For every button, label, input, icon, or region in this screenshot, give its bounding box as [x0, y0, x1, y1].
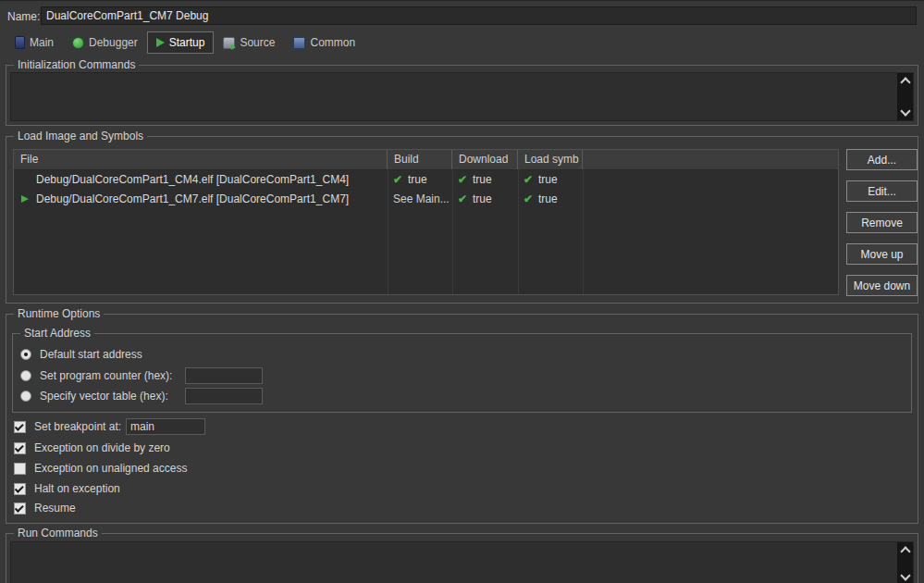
group-runtime-options: Runtime Options Start Address Default st… [6, 314, 918, 524]
group-title: Start Address [20, 327, 94, 341]
checkbox-label: Halt on exception [34, 482, 120, 495]
vector-table-input[interactable] [185, 388, 263, 404]
group-title: Load Image and Symbols [14, 130, 147, 143]
remove-button[interactable]: Remove [846, 212, 918, 233]
chevron-up-icon [900, 546, 910, 556]
checkmark-icon [15, 421, 24, 430]
column-header-load-symbols[interactable]: Load symb [518, 150, 583, 169]
source-tab-icon [223, 37, 235, 49]
tab-startup[interactable]: Startup [147, 31, 215, 54]
file-cell: Debug/DualCoreComPart1_CM4.elf [DualCore… [36, 170, 349, 190]
radio-label: Specify vector table (hex): [40, 390, 168, 403]
checkbox-exception-unaligned-access[interactable]: Exception on unaligned access [14, 461, 187, 476]
radio-default-start-address[interactable]: Default start address [20, 347, 142, 362]
checkbox-label: Exception on divide by zero [34, 441, 170, 454]
radio-specify-vector-table[interactable]: Specify vector table (hex): [20, 389, 168, 403]
download-cell: true [473, 190, 492, 209]
table-header: File Build Download Load symb [14, 150, 838, 170]
table-row[interactable]: Debug/DualCoreComPart1_CM7.elf [DualCore… [14, 190, 838, 209]
init-commands-textarea[interactable] [10, 72, 914, 121]
check-icon: ✔ [524, 170, 533, 190]
breakpoint-input[interactable] [126, 418, 205, 435]
load-symbols-cell: true [538, 190, 558, 209]
checkbox-exception-divide-by-zero[interactable]: Exception on divide by zero [14, 440, 170, 455]
main-tab-icon [15, 36, 25, 49]
edit-button[interactable]: Edit... [846, 180, 918, 202]
name-input[interactable] [41, 6, 917, 25]
checkbox-icon[interactable] [14, 483, 26, 495]
chevron-down-icon [900, 105, 910, 116]
load-symbols-cell: true [538, 170, 558, 190]
scroll-up-button[interactable] [897, 543, 913, 557]
column-header-build[interactable]: Build [388, 150, 452, 169]
column-header-filler [583, 150, 838, 169]
tab-label: Source [240, 36, 275, 49]
current-row-arrow-icon [21, 195, 29, 203]
build-cell: true [408, 170, 427, 190]
checkbox-label: Resume [34, 502, 76, 515]
checkbox-resume[interactable]: Resume [14, 501, 76, 515]
checkmark-icon [15, 502, 24, 512]
table-row[interactable]: Debug/DualCoreComPart1_CM4.elf [DualCore… [14, 170, 838, 190]
load-image-table: File Build Download Load symb Debug/Dual… [13, 149, 839, 295]
radio-set-program-counter[interactable]: Set program counter (hex): [20, 368, 172, 383]
checkbox-icon[interactable] [14, 442, 26, 454]
tab-bar: Main Debugger Startup Source Common [6, 31, 364, 55]
check-icon: ✔ [458, 190, 467, 209]
checkmark-icon [15, 442, 24, 452]
program-counter-input[interactable] [185, 367, 263, 384]
tab-label: Main [30, 36, 54, 49]
run-commands-scrollbar[interactable] [897, 542, 913, 583]
check-icon: ✔ [458, 170, 467, 190]
checkbox-label: Set breakpoint at: [34, 420, 121, 433]
radio-button-icon[interactable] [20, 349, 31, 360]
tab-debugger[interactable]: Debugger [63, 31, 147, 54]
checkbox-icon[interactable] [14, 421, 26, 433]
add-button[interactable]: Add... [846, 149, 918, 170]
column-header-file[interactable]: File [14, 150, 388, 169]
group-load-image-and-symbols: Load Image and Symbols File Build Downlo… [6, 136, 918, 304]
chevron-up-icon [900, 77, 910, 87]
tab-main[interactable]: Main [6, 31, 63, 54]
group-start-address: Start Address Default start address Set … [12, 333, 912, 413]
name-label: Name: [7, 10, 40, 23]
scroll-down-button[interactable] [897, 570, 913, 583]
group-title: Runtime Options [14, 307, 104, 321]
tab-label: Startup [169, 36, 205, 49]
group-title: Initialization Commands [14, 58, 139, 72]
radio-label: Default start address [40, 348, 142, 361]
build-cell: See Main... [393, 190, 450, 209]
tab-label: Debugger [89, 36, 138, 49]
scroll-up-button[interactable] [897, 74, 913, 88]
checkmark-icon [15, 483, 24, 492]
checkbox-label: Exception on unaligned access [34, 462, 187, 475]
common-tab-icon [293, 37, 305, 49]
check-icon: ✔ [393, 170, 402, 190]
debugger-tab-icon [72, 37, 84, 49]
tab-source[interactable]: Source [214, 31, 284, 54]
check-icon: ✔ [524, 190, 533, 209]
group-initialization-commands: Initialization Commands [6, 65, 918, 126]
move-up-button[interactable]: Move up [846, 243, 918, 265]
move-down-button[interactable]: Move down [846, 275, 918, 296]
checkbox-icon[interactable] [14, 502, 26, 515]
checkbox-icon[interactable] [14, 463, 26, 475]
checkbox-halt-on-exception[interactable]: Halt on exception [14, 481, 120, 496]
tab-common[interactable]: Common [284, 31, 364, 54]
chevron-down-icon [900, 570, 910, 580]
radio-button-icon[interactable] [20, 391, 31, 402]
startup-tab-icon [156, 38, 165, 47]
init-commands-scrollbar[interactable] [897, 73, 913, 120]
run-commands-textarea[interactable] [10, 541, 914, 583]
radio-label: Set program counter (hex): [40, 369, 172, 382]
group-run-commands: Run Commands [6, 533, 918, 583]
file-cell: Debug/DualCoreComPart1_CM7.elf [DualCore… [36, 190, 349, 209]
tab-label: Common [310, 36, 355, 49]
download-cell: true [473, 170, 492, 190]
scroll-down-button[interactable] [897, 105, 913, 119]
checkbox-set-breakpoint-at[interactable]: Set breakpoint at: [14, 419, 121, 434]
column-header-download[interactable]: Download [452, 150, 518, 169]
debug-configuration-dialog: Name: Main Debugger Startup Source Commo… [0, 0, 924, 583]
group-title: Run Commands [14, 527, 102, 540]
radio-button-icon[interactable] [20, 370, 31, 381]
